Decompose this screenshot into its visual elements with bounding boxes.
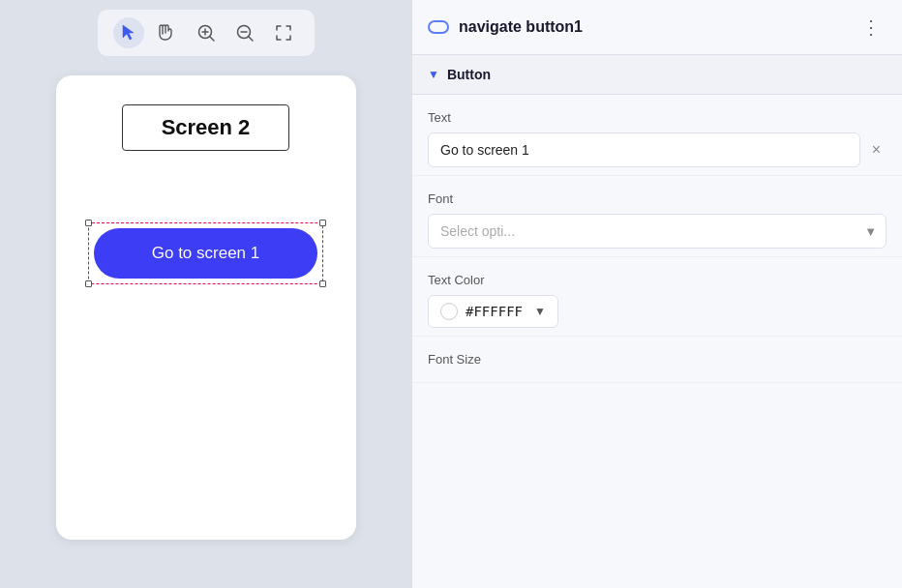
color-dropdown-chevron-icon: ▼ — [534, 305, 546, 318]
font-size-label: Font Size — [428, 352, 887, 367]
text-color-label: Text Color — [428, 273, 887, 287]
text-property-input[interactable] — [428, 132, 860, 167]
svg-line-7 — [249, 37, 253, 41]
text-color-property-group: Text Color #FFFFFF ▼ — [412, 257, 902, 337]
toolbar — [98, 10, 315, 56]
section-header[interactable]: ▼ Button — [412, 55, 902, 95]
panel-header-title: navigate button1 — [459, 18, 846, 36]
color-hex-value: #FFFFFF — [466, 304, 523, 319]
properties-panel: Text × Font Select opti... ▼ Text Color — [412, 95, 902, 588]
panel-more-button[interactable]: ⋮ — [856, 14, 887, 41]
screen-title: Screen 2 — [162, 115, 251, 139]
text-property-group: Text × — [412, 95, 902, 176]
font-size-property-group: Font Size — [412, 337, 902, 383]
screen-mock: Screen 2 Go to screen 1 — [56, 75, 356, 540]
screen-title-box: Screen 2 — [122, 104, 290, 151]
svg-rect-8 — [429, 21, 448, 33]
panel-header: navigate button1 ⋮ — [412, 0, 902, 55]
canvas-area: Screen 2 Go to screen 1 — [0, 0, 411, 588]
handle-top-right[interactable] — [319, 220, 326, 226]
main-layout: Screen 2 Go to screen 1 na — [0, 0, 902, 588]
hand-tool-button[interactable] — [152, 17, 183, 48]
font-property-label: Font — [428, 191, 887, 206]
zoom-out-button[interactable] — [229, 17, 260, 48]
fit-screen-button[interactable] — [268, 17, 299, 48]
canvas-button-wrapper[interactable]: Go to screen 1 — [94, 228, 318, 279]
right-panel: navigate button1 ⋮ ▼ Button Text × Font — [411, 0, 902, 588]
handle-bottom-left[interactable] — [85, 280, 92, 287]
handle-bottom-right[interactable] — [319, 280, 326, 287]
text-color-picker[interactable]: #FFFFFF ▼ — [428, 295, 558, 328]
text-property-label: Text — [428, 110, 887, 125]
font-property-group: Font Select opti... ▼ — [412, 176, 902, 257]
color-circle-preview — [440, 303, 458, 320]
svg-marker-0 — [123, 25, 134, 40]
section-title: Button — [447, 67, 491, 82]
section-chevron-icon: ▼ — [428, 68, 439, 81]
handle-top-left[interactable] — [85, 220, 92, 226]
zoom-in-button[interactable] — [191, 17, 222, 48]
text-property-input-row: × — [428, 132, 887, 167]
font-select[interactable]: Select opti... — [428, 214, 887, 249]
font-select-wrapper: Select opti... ▼ — [428, 214, 887, 249]
select-tool-button[interactable] — [113, 17, 144, 48]
text-clear-button[interactable]: × — [866, 139, 887, 161]
canvas-go-button[interactable]: Go to screen 1 — [94, 228, 318, 279]
svg-line-4 — [210, 37, 214, 41]
navigate-button-icon — [428, 20, 449, 34]
